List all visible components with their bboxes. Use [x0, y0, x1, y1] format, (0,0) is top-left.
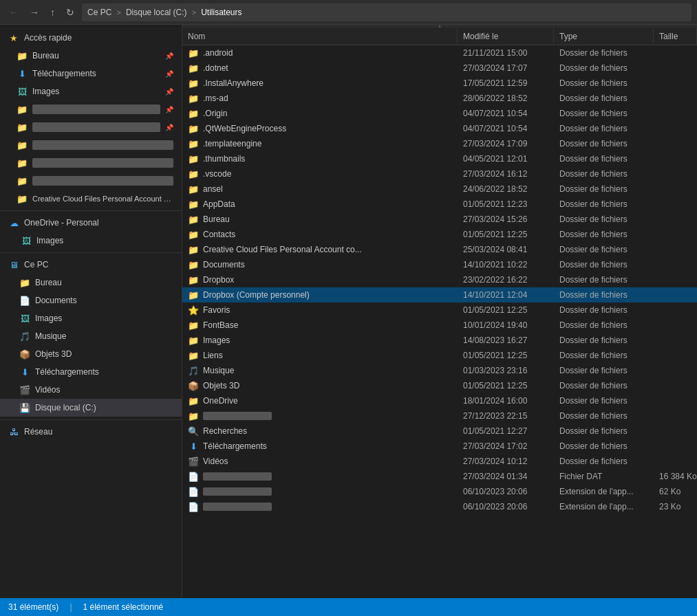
table-row[interactable]: 📁 .ms-ad 28/06/2022 18:52 Dossier de fic… — [182, 91, 697, 106]
sidebar-item-images-od[interactable]: 🖼 Images — [0, 232, 182, 250]
col-header-taille[interactable]: Taille — [654, 28, 697, 45]
sidebar-item-reseau[interactable]: 🖧 Réseau — [0, 423, 182, 441]
table-row[interactable]: 📁 Creative Cloud Files Personal Account … — [182, 242, 697, 257]
breadcrumb-utilisateurs[interactable]: Utilisateurs — [201, 8, 242, 17]
file-type-icon: 📁 — [188, 109, 199, 118]
file-type-icon: 📁 — [188, 260, 199, 270]
sidebar-item-blurred1[interactable]: 📁 📌 — [0, 100, 182, 118]
col-header-modifie[interactable]: Modifié le — [458, 28, 554, 45]
sidebar-item-bureau[interactable]: 📁 Bureau 📌 — [0, 47, 182, 65]
table-row[interactable]: 📁 ansel 24/06/2022 18:52 Dossier de fich… — [182, 182, 697, 197]
sidebar-item-disque-local[interactable]: 💾 Disque local (C:) — [0, 399, 182, 417]
pin-icon-3: 📌 — [165, 88, 173, 96]
sidebar-item-musique-pc[interactable]: 🎵 Musique — [0, 327, 182, 345]
cell-nom: 🔍 Recherches — [182, 424, 458, 439]
sidebar: ★ Accès rapide 📁 Bureau 📌 ⬇ Téléchargeme… — [0, 25, 182, 598]
table-row[interactable]: 📁 .QtWebEngineProcess 04/07/2021 10:54 D… — [182, 121, 697, 136]
refresh-button[interactable]: ↻ — [63, 6, 78, 19]
table-row[interactable]: 📁 Dropbox (Compte personnel) 14/10/2021 … — [182, 287, 697, 302]
sidebar-item-objets3d-pc[interactable]: 📦 Objets 3D — [0, 345, 182, 363]
file-type-icon: 📁 — [188, 214, 199, 224]
table-row[interactable]: 📄 27/03/2024 01:34 Fichier DAT 16 384 Ko — [182, 469, 697, 484]
breadcrumb-disque[interactable]: Disque local (C:) — [126, 8, 187, 17]
cell-taille — [654, 333, 697, 348]
cell-nom: 📄 — [182, 484, 458, 499]
file-type-icon: 📁 — [188, 154, 199, 164]
file-name: OneDrive — [203, 396, 238, 406]
cell-modifie: 04/07/2021 10:54 — [458, 106, 554, 121]
table-row[interactable]: 📦 Objets 3D 01/05/2021 12:25 Dossier de … — [182, 378, 697, 393]
table-row[interactable]: ⬇ Téléchargements 27/03/2024 17:02 Dossi… — [182, 439, 697, 454]
col-header-type[interactable]: Type — [554, 28, 654, 45]
file-type-icon: 📁 — [188, 63, 199, 73]
file-name: Contacts — [203, 230, 235, 239]
sidebar-item-cepc[interactable]: 🖥 Ce PC — [0, 256, 182, 274]
cell-taille — [654, 408, 697, 424]
cell-taille — [654, 272, 697, 287]
table-row[interactable]: 📁 OneDrive 18/01/2024 16:00 Dossier de f… — [182, 393, 697, 408]
sidebar-item-blurred4[interactable]: 📁 — [0, 154, 182, 172]
sidebar-item-creative-cloud[interactable]: 📁 Creative Cloud Files Personal Account … — [0, 190, 182, 208]
sidebar-item-documents-pc[interactable]: 📄 Documents — [0, 292, 182, 309]
cell-modifie: 01/05/2021 12:25 — [458, 227, 554, 242]
cell-type: Dossier de fichiers — [554, 318, 654, 333]
cell-type: Dossier de fichiers — [554, 378, 654, 393]
table-row[interactable]: 🔍 Recherches 01/05/2021 12:27 Dossier de… — [182, 424, 697, 439]
cell-type: Dossier de fichiers — [554, 197, 654, 212]
back-button[interactable]: ← — [6, 6, 22, 19]
table-row[interactable]: 📁 .InstallAnywhere 17/05/2021 12:59 Doss… — [182, 76, 697, 91]
table-row[interactable]: 🎵 Musique 01/03/2023 23:16 Dossier de fi… — [182, 363, 697, 378]
table-row[interactable]: 📁 .Origin 04/07/2021 10:54 Dossier de fi… — [182, 106, 697, 121]
table-row[interactable]: ⭐ Favoris 01/05/2021 12:25 Dossier de fi… — [182, 302, 697, 318]
quick-access-section: ★ Accès rapide 📁 Bureau 📌 ⬇ Téléchargeme… — [0, 29, 182, 208]
sidebar-divider-1 — [0, 210, 182, 211]
table-row[interactable]: 📁 .templateengine 27/03/2024 17:09 Dossi… — [182, 136, 697, 151]
file-type-icon: 📁 — [188, 124, 199, 133]
table-row[interactable]: 📁 FontBase 10/01/2024 19:40 Dossier de f… — [182, 318, 697, 333]
cell-nom: 📁 .thumbnails — [182, 151, 458, 166]
sidebar-label-images-pc: Images — [35, 314, 173, 323]
table-row[interactable]: 📁 Dropbox 23/02/2022 16:22 Dossier de fi… — [182, 272, 697, 287]
col-header-nom[interactable]: Nom — [182, 28, 458, 45]
table-row[interactable]: 📄 06/10/2023 20:06 Extension de l'app...… — [182, 499, 697, 514]
sidebar-item-images[interactable]: 🖼 Images 📌 — [0, 82, 182, 100]
sidebar-item-videos-pc[interactable]: 🎬 Vidéos — [0, 381, 182, 399]
forward-button[interactable]: → — [26, 6, 43, 19]
cell-type: Dossier de fichiers — [554, 257, 654, 272]
table-row[interactable]: 📁 Bureau 27/03/2024 15:26 Dossier de fic… — [182, 212, 697, 227]
sidebar-item-telechargements[interactable]: ⬇ Téléchargements 📌 — [0, 65, 182, 82]
table-row[interactable]: 📁 Images 14/08/2023 16:27 Dossier de fic… — [182, 333, 697, 348]
table-row[interactable]: 📁 Documents 14/10/2021 10:22 Dossier de … — [182, 257, 697, 272]
breadcrumb-cepc[interactable]: Ce PC — [87, 8, 111, 17]
cell-taille — [654, 45, 697, 60]
file-type-icon: 📁 — [188, 169, 199, 179]
cell-nom: 📁 Dropbox (Compte personnel) — [182, 287, 458, 302]
table-row[interactable]: 📁 27/12/2023 22:15 Dossier de fichiers — [182, 408, 697, 424]
table-row[interactable]: 📄 06/10/2023 20:06 Extension de l'app...… — [182, 484, 697, 499]
table-row[interactable]: 📁 .android 21/11/2021 15:00 Dossier de f… — [182, 45, 697, 60]
cell-type: Dossier de fichiers — [554, 106, 654, 121]
breadcrumb[interactable]: Ce PC > Disque local (C:) > Utilisateurs — [82, 3, 691, 21]
table-row[interactable]: 📁 .thumbnails 04/05/2021 12:01 Dossier d… — [182, 151, 697, 166]
table-row[interactable]: 📁 .vscode 27/03/2024 16:12 Dossier de fi… — [182, 166, 697, 182]
sidebar-item-blurred5[interactable]: 📁 — [0, 172, 182, 190]
table-row[interactable]: 🎬 Vidéos 27/03/2024 10:12 Dossier de fic… — [182, 454, 697, 469]
cell-type: Dossier de fichiers — [554, 76, 654, 91]
cell-taille — [654, 257, 697, 272]
sidebar-item-blurred3[interactable]: 📁 — [0, 136, 182, 154]
table-row[interactable]: 📁 Liens 01/05/2021 12:25 Dossier de fich… — [182, 348, 697, 363]
table-row[interactable]: 📁 Contacts 01/05/2021 12:25 Dossier de f… — [182, 227, 697, 242]
sidebar-label-images: Images — [32, 87, 160, 96]
sidebar-item-onedrive-personal[interactable]: ☁ OneDrive - Personal — [0, 214, 182, 232]
table-row[interactable]: 📁 AppData 01/05/2021 12:23 Dossier de fi… — [182, 197, 697, 212]
sidebar-item-blurred2[interactable]: 📁 📌 — [0, 118, 182, 136]
sidebar-item-acces-rapide[interactable]: ★ Accès rapide — [0, 29, 182, 47]
file-name: Liens — [203, 351, 223, 360]
up-button[interactable]: ↑ — [47, 6, 58, 19]
cell-taille — [654, 166, 697, 182]
sidebar-item-bureau-pc[interactable]: 📁 Bureau — [0, 274, 182, 292]
sidebar-item-images-pc[interactable]: 🖼 Images — [0, 309, 182, 327]
sidebar-item-telechargements-pc[interactable]: ⬇ Téléchargements — [0, 363, 182, 381]
cell-modifie: 27/03/2024 16:12 — [458, 166, 554, 182]
table-row[interactable]: 📁 .dotnet 27/03/2024 17:07 Dossier de fi… — [182, 60, 697, 76]
